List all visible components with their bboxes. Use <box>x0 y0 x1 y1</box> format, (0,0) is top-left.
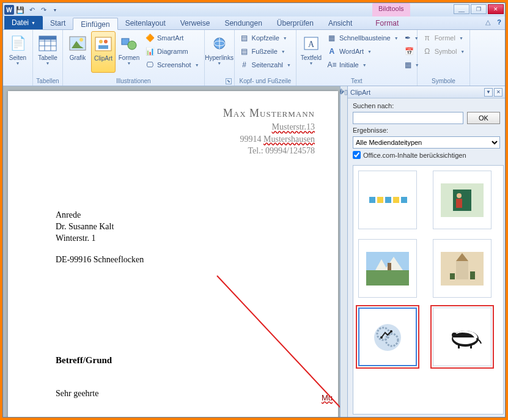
pagenumber-button[interactable]: #Seitenzahl▼ <box>237 58 293 72</box>
object-button[interactable]: ▦▼ <box>402 58 414 72</box>
signature-button[interactable]: ✒▼ <box>402 31 414 45</box>
svg-rect-29 <box>456 199 462 208</box>
svg-rect-5 <box>39 36 56 40</box>
subject-line: Betreff/Grund <box>56 355 309 366</box>
word-icon[interactable]: W <box>4 5 14 15</box>
group-label: Text <box>299 77 414 86</box>
equation-icon: π <box>422 33 432 43</box>
wordart-button[interactable]: AWordArt▼ <box>325 45 401 58</box>
document-area[interactable]: Max Mustermann Musterstr.13 99914 Muster… <box>3 86 340 417</box>
quickparts-icon: ▦ <box>327 33 337 43</box>
qat-customize-icon[interactable]: ▼ <box>50 4 61 15</box>
symbol-button[interactable]: ΩSymbol▼ <box>420 45 468 58</box>
addr-street: Winterstr. 1 <box>56 233 309 245</box>
office-com-checkbox[interactable] <box>353 151 361 159</box>
pane-header: ClipArt ▼ ✕ <box>348 86 505 98</box>
svg-rect-36 <box>456 261 468 279</box>
text-fragment: Mu <box>322 393 333 402</box>
clipart-button[interactable]: ClipArt <box>91 31 116 73</box>
header-icon: ▤ <box>240 33 249 43</box>
results-list[interactable] <box>353 165 504 414</box>
ruler-toggle[interactable]: �◫ <box>340 86 347 417</box>
svg-rect-21 <box>369 197 375 203</box>
svg-point-43 <box>380 336 383 339</box>
shapes-button[interactable]: Formen▼ <box>117 31 141 73</box>
pane-close-icon[interactable]: ✕ <box>494 88 502 97</box>
group-label: Kopf- und Fußzeile <box>237 77 293 86</box>
svg-rect-34 <box>388 263 391 270</box>
minimize-button[interactable]: __ <box>454 4 469 14</box>
quickparts-button[interactable]: ▦Schnellbausteine▼ <box>325 31 401 45</box>
save-icon[interactable]: 💾 <box>15 4 26 15</box>
close-button[interactable]: ✕ <box>488 4 504 14</box>
clipart-thumb[interactable] <box>358 171 417 229</box>
svg-rect-25 <box>401 197 407 203</box>
tab-format[interactable]: Format <box>368 17 406 29</box>
tab-view[interactable]: Ansicht <box>321 17 359 29</box>
clipart-thumb-selected[interactable] <box>358 308 417 366</box>
hyperlink-button[interactable]: Hyperlinks▼ <box>207 31 232 73</box>
footer-icon: ▤ <box>240 46 249 56</box>
chart-icon: 📊 <box>145 46 155 56</box>
help-icon[interactable]: ? <box>497 18 501 26</box>
svg-point-8 <box>79 38 83 42</box>
pagenumber-icon: # <box>240 60 249 70</box>
addr-city: DE-99916 Schneeflocken <box>56 254 309 266</box>
ribbon-expand-icon[interactable]: △ <box>485 18 490 26</box>
equation-button[interactable]: πFormel▼ <box>420 31 468 45</box>
recipient-block: Anrede Dr. Susanne Kalt Winterstr. 1 DE-… <box>56 210 309 266</box>
table-button[interactable]: Tabelle▼ <box>35 31 60 73</box>
sender-city: 99914 Mustershausen <box>37 133 315 146</box>
picture-button[interactable]: Grafik <box>65 31 90 73</box>
clipart-icon <box>94 34 113 54</box>
sender-block: Max Mustermann Musterstr.13 99914 Muster… <box>37 106 315 157</box>
clipart-thumb[interactable] <box>358 239 417 298</box>
clipart-thumb[interactable] <box>433 308 491 366</box>
undo-icon[interactable]: ↶ <box>26 4 37 15</box>
svg-rect-48 <box>458 344 460 348</box>
tab-mailings[interactable]: Sendungen <box>217 17 269 29</box>
group-label: Illustrationen <box>65 77 202 86</box>
chart-button[interactable]: 📊Diagramm <box>142 45 202 58</box>
textbox-button[interactable]: ATextfeld▼ <box>299 31 323 73</box>
svg-point-47 <box>452 333 457 337</box>
tab-file[interactable]: Datei▼ <box>4 16 43 29</box>
datetime-button[interactable]: 📅 <box>402 45 414 58</box>
tab-insert[interactable]: Einfügen <box>73 18 117 30</box>
group-illustrations: Grafik ClipArt Formen▼ 🔶SmartArt 📊Diagra… <box>63 30 205 86</box>
tab-layout[interactable]: Seitenlayout <box>118 17 173 29</box>
tab-review[interactable]: Überprüfen <box>270 17 321 29</box>
smartart-icon: 🔶 <box>145 33 155 43</box>
greeting-line: Sehr geehrte <box>56 389 309 399</box>
tab-home[interactable]: Start <box>43 17 73 29</box>
footer-button[interactable]: ▤Fußzeile▼ <box>237 45 293 58</box>
group-pages: 📄Seiten▼ <box>3 30 33 86</box>
group-symbols: πFormel▼ ΩSymbol▼ Symbole <box>418 30 471 86</box>
screenshot-button[interactable]: 🖵Screenshot▼ <box>142 58 202 72</box>
pane-title: ClipArt <box>350 89 483 96</box>
group-label: Tabellen <box>35 77 60 86</box>
group-label <box>6 84 30 86</box>
tab-references[interactable]: Verweise <box>173 17 218 29</box>
clipart-thumb[interactable] <box>433 171 491 229</box>
clipart-thumb[interactable] <box>433 239 491 298</box>
redo-icon[interactable]: ↷ <box>38 4 49 15</box>
pages-button[interactable]: 📄Seiten▼ <box>6 31 30 73</box>
group-tables: Tabelle▼ Tabellen <box>33 30 63 86</box>
table-icon <box>38 34 57 53</box>
page[interactable]: Max Mustermann Musterstr.13 99914 Muster… <box>8 91 338 417</box>
svg-rect-22 <box>377 197 383 203</box>
pane-menu-icon[interactable]: ▼ <box>484 88 493 97</box>
ok-button[interactable]: OK <box>467 112 500 124</box>
svg-rect-24 <box>393 197 399 203</box>
title-bar: W 💾 ↶ ↷ ▼ Bildtools __ ❐ ✕ <box>3 3 505 17</box>
media-type-select[interactable]: Alle Mediendateitypen <box>353 136 500 149</box>
header-button[interactable]: ▤Kopfzeile▼ <box>237 31 293 45</box>
picture-icon <box>68 34 87 53</box>
smartart-button[interactable]: 🔶SmartArt <box>142 31 202 45</box>
search-input[interactable] <box>353 112 463 124</box>
group-label: ⬊ <box>207 84 232 86</box>
restore-button[interactable]: ❐ <box>471 4 487 14</box>
dialog-launcher-icon[interactable]: ⬊ <box>226 78 232 84</box>
dropcap-button[interactable]: A≡Initiale▼ <box>325 58 401 72</box>
